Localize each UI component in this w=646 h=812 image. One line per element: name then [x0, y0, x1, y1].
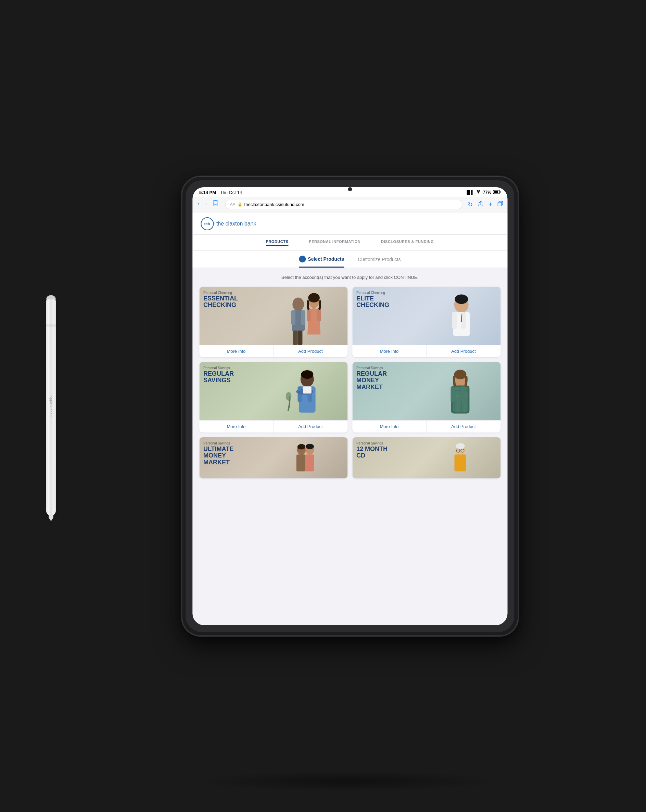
share-icon[interactable]	[478, 200, 484, 208]
card-12-month-cd: Personal Savings 12 MONTHCD	[352, 437, 501, 478]
pencil-top-cap	[46, 295, 56, 299]
aa-label: AA	[230, 202, 236, 207]
svg-rect-35	[450, 386, 455, 402]
ipad-shadow	[194, 771, 502, 791]
scene: Apple Pencil 5:14 PM Thu Oct 14 ▐▌▌	[0, 0, 646, 812]
bank-name: the claxton bank	[216, 221, 256, 227]
url-text: theclaxtonbank.csinufund.com	[245, 202, 304, 207]
tab-personal-info[interactable]: PERSONAL INFORMATION	[309, 240, 360, 246]
product-category-savings: Personal Savings	[204, 366, 234, 370]
card-regular-savings: Personal Savings REGULARSAVINGS More Inf…	[199, 362, 347, 432]
battery-icon	[493, 190, 501, 195]
ipad-frame: 5:14 PM Thu Oct 14 ▐▌▌	[182, 177, 517, 635]
tab-switcher-icon[interactable]	[497, 200, 503, 208]
sub-tab-customize[interactable]: Customize Products	[358, 256, 401, 266]
svg-rect-45	[454, 455, 466, 471]
product-label-cd: Personal Savings 12 MONTHCD	[357, 441, 387, 459]
browser-nav: ‹ ›	[196, 199, 220, 208]
product-label-ultimate: Personal Savings ULTIMATEMONEYMARKET	[204, 441, 233, 466]
tcb-badge: tcb	[201, 217, 214, 230]
product-name-money-market: REGULARMONEYMARKET	[357, 370, 387, 391]
svg-point-25	[286, 392, 291, 400]
svg-point-4	[292, 298, 304, 311]
person-money-market	[413, 368, 501, 420]
svg-rect-40	[296, 455, 305, 471]
add-product-elite[interactable]: Add Product	[427, 345, 501, 357]
card-image-elite: Personal Checking ELITECHECKING	[352, 287, 501, 345]
forward-button[interactable]: ›	[204, 200, 208, 208]
status-icons: ▐▌▌ 77%	[465, 190, 501, 195]
product-label-essential: Personal Checking ESSENTIALCHECKING	[204, 291, 238, 309]
wifi-icon	[476, 190, 481, 195]
svg-point-18	[455, 294, 468, 304]
card-elite-checking: Personal Checking ELITECHECKING More Inf…	[352, 287, 501, 357]
card-ultimate-money-market: Personal Savings ULTIMATEMONEYMARKET	[199, 437, 347, 478]
bookmarks-button[interactable]	[211, 199, 220, 208]
add-tab-icon[interactable]: +	[488, 201, 492, 208]
svg-rect-24	[303, 386, 311, 394]
add-product-essential[interactable]: Add Product	[274, 345, 347, 357]
lock-icon: 🔒	[237, 202, 242, 207]
product-actions-elite: More Info Add Product	[352, 345, 501, 357]
web-content[interactable]: tcb the claxton bank PRODUCTS PERSONAL I…	[192, 213, 507, 625]
sub-tab-customize-label: Customize Products	[358, 256, 401, 262]
product-actions-money-market: More Info Add Product	[352, 420, 501, 432]
product-category-essential: Personal Checking	[204, 291, 238, 295]
pencil-tip	[49, 515, 54, 522]
svg-rect-16	[452, 312, 457, 329]
pencil-label: Apple Pencil	[49, 395, 53, 417]
more-info-elite[interactable]: More Info	[352, 345, 427, 357]
toolbar-right: ↻ +	[468, 200, 503, 208]
svg-rect-6	[291, 310, 295, 325]
card-image-savings: Personal Savings REGULARSAVINGS	[199, 362, 347, 420]
add-product-money-market[interactable]: Add Product	[427, 421, 501, 432]
apple-pencil: Apple Pencil	[46, 297, 56, 516]
battery-percent: 77%	[483, 190, 491, 195]
more-info-money-market[interactable]: More Info	[352, 421, 427, 432]
product-label-savings: Personal Savings REGULARSAVINGS	[204, 366, 234, 384]
bank-logo: tcb the claxton bank	[201, 217, 499, 230]
ipad-screen: 5:14 PM Thu Oct 14 ▐▌▌	[192, 187, 507, 625]
product-name-essential: ESSENTIALCHECKING	[204, 295, 238, 309]
product-name-elite: ELITECHECKING	[357, 295, 389, 309]
svg-point-46	[456, 443, 465, 449]
svg-rect-8	[293, 330, 298, 345]
back-button[interactable]: ‹	[196, 200, 201, 208]
product-category-elite: Personal Checking	[357, 291, 389, 295]
svg-rect-7	[301, 310, 305, 325]
product-actions-essential: More Info Add Product	[199, 345, 347, 357]
person-ultimate	[260, 441, 347, 478]
main-content: Select the account(s) that you want to a…	[192, 268, 507, 485]
person-cd	[413, 441, 501, 478]
more-info-savings[interactable]: More Info	[199, 421, 274, 432]
tab-products[interactable]: PRODUCTS	[266, 240, 289, 246]
more-info-essential[interactable]: More Info	[199, 345, 274, 357]
product-name-ultimate: ULTIMATEMONEYMARKET	[204, 446, 233, 466]
address-bar[interactable]: AA 🔒 theclaxtonbank.csinufund.com	[226, 200, 462, 209]
svg-rect-12	[317, 308, 321, 321]
sub-tab-select[interactable]: → Select Products	[299, 256, 344, 267]
product-category-cd: Personal Savings	[357, 441, 387, 445]
svg-rect-3	[498, 202, 502, 206]
instruction-text: Select the account(s) that you want to a…	[199, 275, 501, 280]
refresh-icon[interactable]: ↻	[468, 201, 473, 208]
tab-disclosures[interactable]: DISCLOSURES & FUNDING	[381, 240, 434, 246]
svg-point-37	[454, 369, 466, 379]
svg-rect-11	[307, 308, 311, 321]
svg-point-13	[308, 293, 320, 302]
camera-dot	[348, 187, 352, 191]
card-image-essential: Personal Checking ESSENTIALCHECKING	[199, 287, 347, 345]
svg-rect-1	[499, 191, 500, 193]
card-money-market: Personal Savings REGULARMONEYMARKET More…	[352, 362, 501, 432]
svg-rect-9	[297, 330, 302, 345]
browser-chrome: ‹ › AA 🔒 theclaxtonbank.csinufund.	[192, 197, 507, 213]
product-category-ultimate: Personal Savings	[204, 441, 233, 445]
add-product-savings[interactable]: Add Product	[274, 421, 347, 432]
status-left: 5:14 PM Thu Oct 14	[199, 190, 242, 195]
card-image-cd: Personal Savings 12 MONTHCD	[352, 437, 501, 478]
card-essential-checking: Personal Checking ESSENTIALCHECKING More…	[199, 287, 347, 357]
status-date: Thu Oct 14	[220, 190, 242, 195]
svg-point-42	[297, 444, 305, 449]
signal-icon: ▐▌▌	[465, 190, 474, 195]
product-label-elite: Personal Checking ELITECHECKING	[357, 291, 389, 309]
